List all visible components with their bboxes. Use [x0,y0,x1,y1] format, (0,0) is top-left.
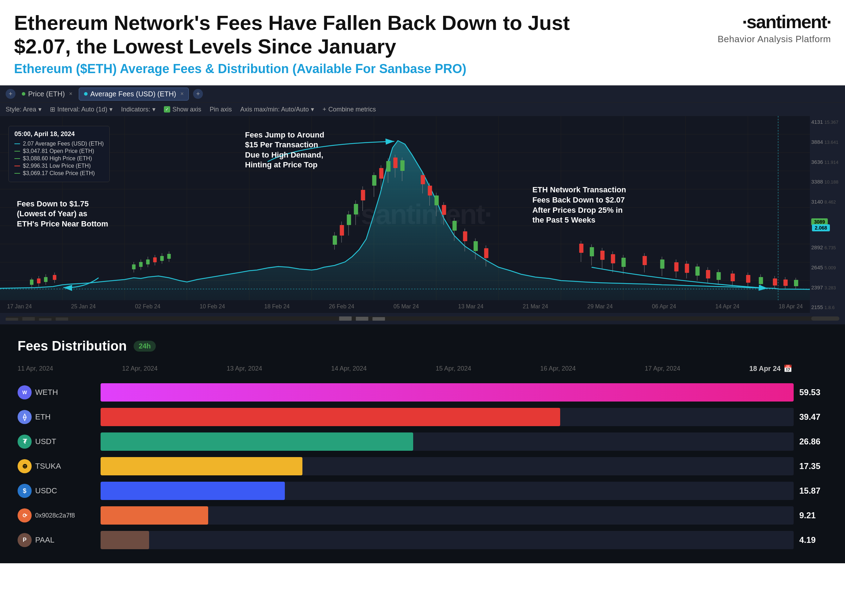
svg-rect-47 [347,214,351,225]
dist-date-5: 15 Apr, 2024 [436,365,471,373]
0x-name: 0x9028c2a7f8 [35,512,75,519]
tooltip-label-1: 2.07 Average Fees (USD) (ETH) [23,141,104,147]
y-axis-right: 4131 15.367 3884 13.641 3636 11.914 3388… [810,116,845,313]
bar-row-usdt: ₮ USDT 26.86 [18,433,827,451]
dist-date-2: 12 Apr, 2024 [122,365,157,373]
chart-section: + Price (ETH) × Average Fees (USD) (ETH)… [0,85,845,324]
tooltip-label-3: $3,088.60 High Price (ETH) [23,155,92,162]
svg-rect-55 [379,168,383,179]
bar-row-tsuka: ⊕ TSUKA 17.35 [18,457,827,475]
fees-dot-icon [84,92,88,95]
bar-label-tsuka: ⊕ TSUKA [18,459,95,473]
usdc-icon: $ [18,484,32,498]
axis-max-selector[interactable]: Axis max/min: Auto/Auto ▾ [240,106,314,113]
fees-badge: 24h [133,341,156,352]
tab-avg-fees[interactable]: Average Fees (USD) (ETH) × [79,88,189,101]
weth-bar-fill [101,383,794,402]
tooltip-row-3: $3,088.60 High Price (ETH) [15,155,104,162]
svg-rect-39 [160,256,164,261]
x-label-12: 14 Apr 24 [715,304,739,310]
eth-name: ETH [35,412,51,422]
combine-metrics-button[interactable]: + Combine metrics [323,106,376,113]
scrollbar-thumb[interactable] [811,317,839,321]
svg-rect-57 [386,161,390,172]
svg-rect-35 [146,260,150,264]
dist-date-4: 14 Apr, 2024 [331,365,367,373]
x-label-4: 10 Feb 24 [200,304,225,310]
svg-rect-51 [361,190,365,200]
show-axis-checkbox[interactable]: ✓ [164,106,170,113]
weth-icon: W [18,385,32,399]
svg-rect-43 [333,236,337,245]
bar-label-usdc: $ USDC [18,484,95,498]
subtitle: Ethereum ($ETH) Average Fees & Distribut… [14,62,704,76]
y-label-3636: 3636 11.914 [811,159,838,165]
svg-rect-123 [373,317,385,321]
dist-date-7: 17 Apr, 2024 [644,365,680,373]
pin-axis-label: Pin axis [210,106,232,113]
calendar-icon[interactable]: 📅 [783,364,792,373]
fees-header: Fees Distribution 24h [18,339,827,354]
usdt-bar-fill [101,433,413,451]
annotation-fees-down: Fees Down to $1.75(Lowest of Year) asETH… [17,199,108,229]
tooltip-row-4: $2,996.31 Low Price (ETH) [15,163,104,169]
svg-rect-85 [611,254,615,263]
bar-label-eth: ⟠ ETH [18,410,95,424]
svg-rect-87 [621,258,626,267]
price-dot-icon [22,92,25,95]
svg-rect-103 [731,274,735,281]
svg-rect-41 [167,254,171,259]
bar-row-0x: ⟳ 0x9028c2a7f8 9.21 [18,506,827,525]
indicators-chevron-icon: ▾ [152,106,156,113]
tab-fees-close-icon[interactable]: × [180,91,183,97]
svg-rect-120 [56,317,68,321]
pin-axis-toggle[interactable]: Pin axis [210,106,232,113]
scrollbar-track[interactable] [6,317,839,321]
plus-icon: + [323,106,326,113]
add-metric-button[interactable]: + [193,89,203,99]
usdc-bar-track [101,482,794,500]
show-axis-toggle[interactable]: ✓ Show axis [164,106,201,113]
y-label-3884: 3884 13.641 [811,139,838,145]
annotation-fees-back: ETH Network TransactionFees Back Down to… [533,185,626,225]
chart-canvas: ·santiment· [0,116,845,313]
svg-rect-89 [643,256,647,265]
annotation-fees-jump: Fees Jump to Around$15 Per TransactionDu… [245,130,324,170]
axis-max-chevron-icon: ▾ [311,106,314,113]
combine-label: Combine metrics [329,106,376,113]
logo: ·santiment· [742,11,831,32]
x-label-5: 18 Feb 24 [264,304,290,310]
bar-label-0x: ⟳ 0x9028c2a7f8 [18,508,95,522]
tsuka-value: 17.35 [799,461,827,471]
chart-toolbar: Style: Area ▾ ⊞ Interval: Auto (1d) ▾ In… [0,102,845,116]
interval-chevron-icon: ▾ [109,106,113,113]
add-tab-button[interactable]: + [6,89,15,99]
tab-price-label: Price (ETH) [28,90,65,98]
indicators-selector[interactable]: Indicators: ▾ [121,106,156,113]
svg-rect-91 [660,260,664,268]
svg-rect-109 [773,279,777,286]
platform-label: Behavior Analysis Platform [718,34,831,45]
svg-rect-122 [356,317,368,321]
y-label-2892: 2892 6.735 [811,244,836,250]
chart-tooltip: 05:00, April 18, 2024 2.07 Average Fees … [9,126,110,182]
eth-icon: ⟠ [18,410,32,424]
y-label-2155: 2155 1.8.6 [811,304,835,310]
main-title: Ethereum Network's Fees Have Fallen Back… [14,11,577,58]
tab-price-close-icon[interactable]: × [69,91,72,97]
interval-selector[interactable]: ⊞ Interval: Auto (1d) ▾ [50,106,113,113]
tooltip-label-4: $2,996.31 Low Price (ETH) [23,163,91,169]
style-selector[interactable]: Style: Area ▾ [6,106,41,113]
svg-rect-105 [746,275,750,283]
chart-scrollbar[interactable] [0,313,845,324]
y-label-3388: 3388 10.188 [811,179,838,185]
tab-price[interactable]: Price (ETH) × [17,88,77,100]
eth-bar-track [101,408,794,426]
tsuka-name: TSUKA [35,462,61,471]
x-label-2: 25 Jan 24 [71,304,95,310]
svg-rect-93 [674,262,678,271]
0x-icon: ⟳ [18,508,32,522]
tsuka-bar-track [101,457,794,475]
tooltip-label-2: $3,047.81 Open Price (ETH) [23,148,94,154]
x-label-10: 29 Mar 24 [587,304,613,310]
